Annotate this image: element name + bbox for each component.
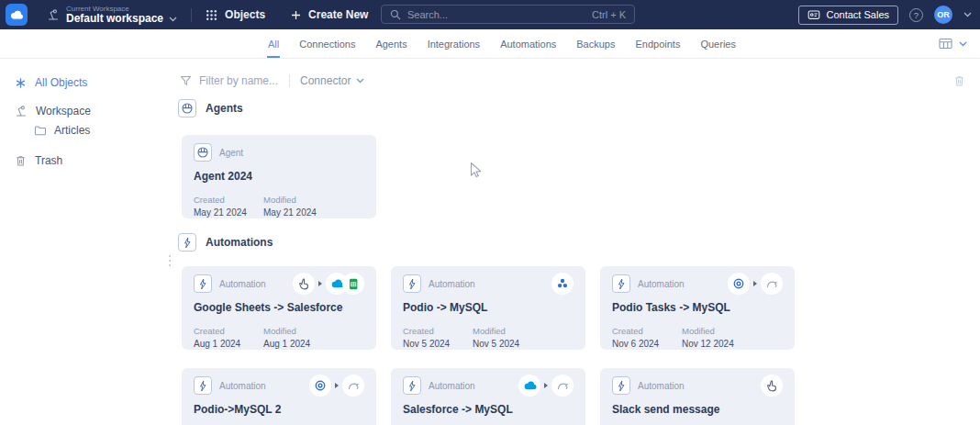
tab-endpoints[interactable]: Endpoints <box>634 29 681 58</box>
automation-card[interactable]: Automation Google Sh <box>182 266 376 350</box>
card-title: Agent 2024 <box>194 170 364 183</box>
sidebar-item-label: Articles <box>54 124 90 137</box>
plus-icon <box>291 10 301 20</box>
tab-automations[interactable]: Automations <box>499 29 557 58</box>
agent-icon <box>194 143 212 162</box>
search-icon <box>390 9 401 20</box>
podio-icon <box>309 375 331 397</box>
workspace-name: Default workspace <box>66 13 163 26</box>
automation-card[interactable]: Automation Podio->MySQL 2 <box>182 368 376 425</box>
salesforce-icon <box>518 375 540 397</box>
bolt-icon <box>612 376 630 395</box>
section-title: Agents <box>206 102 243 115</box>
folder-icon <box>34 125 46 136</box>
object-type-tabs: All Connections Agents Integrations Auto… <box>0 29 980 59</box>
tab-connections[interactable]: Connections <box>298 29 356 58</box>
sidebar: All Objects Workspace Articles Trash <box>0 59 171 425</box>
play-arrow-icon <box>317 280 323 287</box>
bolt-icon <box>194 274 212 293</box>
apps-grid-icon <box>206 9 217 21</box>
agents-section-header: Agents <box>178 99 243 117</box>
sidebar-item-articles[interactable]: Articles <box>0 122 171 139</box>
card-meta: Created May 21 2024 Modified May 21 2024 <box>194 195 364 218</box>
google-sheets-icon <box>342 273 364 295</box>
chevron-down-icon <box>356 78 364 84</box>
filter-by-name-input[interactable]: Filter by name... <box>180 74 278 87</box>
mysql-icon <box>342 375 364 397</box>
tab-queries[interactable]: Queries <box>699 29 737 58</box>
create-new-label: Create New <box>308 8 368 21</box>
automations-card-grid: Automation Google Sh <box>182 266 795 425</box>
search-input[interactable]: Search... Ctrl + K <box>381 5 635 24</box>
topbar-right: Contact Sales ? OR <box>798 0 972 29</box>
automation-card[interactable]: Automation Slack send message <box>600 368 795 425</box>
card-type-label: Agent <box>219 148 243 158</box>
workspace-lamp-icon <box>15 105 28 117</box>
manual-trigger-hand-icon <box>293 273 315 295</box>
sidebar-item-workspace[interactable]: Workspace <box>0 100 171 122</box>
agent-icon <box>178 99 196 117</box>
automation-card[interactable]: Automation Podio -> MySQL Created Nov 5 … <box>391 266 585 350</box>
workspace-switch-icon <box>47 8 60 21</box>
podio-icon <box>551 273 574 295</box>
sidebar-item-trash[interactable]: Trash <box>0 150 171 172</box>
agents-card-grid: Agent Agent 2024 Created May 21 2024 Mod… <box>182 135 376 218</box>
automations-section-header: Automations <box>178 233 273 252</box>
sidebar-item-label: Workspace <box>36 105 91 117</box>
chevron-down-icon <box>959 41 967 47</box>
delete-objects-button[interactable] <box>953 74 965 87</box>
bolt-icon <box>612 274 630 293</box>
bolt-icon <box>403 376 421 395</box>
objects-label: Objects <box>225 8 265 21</box>
play-arrow-icon <box>543 382 549 389</box>
play-arrow-icon <box>752 280 758 287</box>
mysql-icon <box>761 273 783 295</box>
automation-card[interactable]: Automation Podio Tasks -> MySQL <box>600 266 795 350</box>
filter-funnel-icon <box>180 75 192 86</box>
tab-integrations[interactable]: Integrations <box>427 29 481 58</box>
cloud-logo-icon <box>8 7 25 22</box>
bolt-icon <box>178 233 196 252</box>
bolt-icon <box>194 376 212 395</box>
podio-icon <box>728 273 750 295</box>
bolt-icon <box>403 274 421 293</box>
manual-trigger-hand-icon <box>761 375 783 397</box>
workspace-switcher[interactable]: Current Workspace Default workspace <box>47 5 177 26</box>
section-title: Automations <box>206 236 273 249</box>
app-logo[interactable] <box>6 4 28 26</box>
contact-sales-label: Contact Sales <box>827 9 889 20</box>
filter-divider <box>289 74 290 87</box>
search-shortcut: Ctrl + K <box>592 9 626 20</box>
objects-button[interactable]: Objects <box>206 8 265 21</box>
view-switcher[interactable] <box>939 38 967 50</box>
chevron-down-icon <box>169 17 177 22</box>
contact-sales-button[interactable]: Contact Sales <box>798 6 898 25</box>
filter-placeholder: Filter by name... <box>199 74 278 87</box>
mysql-icon <box>551 375 574 397</box>
tab-backups[interactable]: Backups <box>575 29 616 58</box>
trash-icon <box>15 154 27 167</box>
sidebar-item-all-objects[interactable]: All Objects <box>0 72 171 94</box>
main-content: Filter by name... Connector Agents <box>171 59 980 425</box>
chevron-down-icon[interactable] <box>963 12 972 17</box>
sidebar-item-label: Trash <box>35 154 62 167</box>
tab-agents[interactable]: Agents <box>374 29 407 58</box>
play-arrow-icon <box>334 382 340 389</box>
filter-row: Filter by name... Connector <box>180 73 965 88</box>
avatar[interactable]: OR <box>934 6 952 24</box>
automation-card[interactable]: Automation Salesforce -> MySQL <box>391 368 585 425</box>
topbar-divider <box>191 8 192 22</box>
help-icon[interactable]: ? <box>909 8 923 22</box>
search-placeholder: Search... <box>407 9 585 20</box>
connector-filter-dropdown[interactable]: Connector <box>300 74 364 87</box>
table-view-icon <box>939 38 952 50</box>
asterisk-icon <box>15 77 27 89</box>
agent-card[interactable]: Agent Agent 2024 Created May 21 2024 Mod… <box>182 135 376 218</box>
tab-all[interactable]: All <box>267 29 280 58</box>
topbar: Current Workspace Default workspace Obje… <box>0 0 980 29</box>
contact-sales-icon <box>807 9 820 21</box>
sidebar-item-label: All Objects <box>35 76 87 89</box>
create-new-button[interactable]: Create New <box>291 8 368 21</box>
connector-label: Connector <box>300 74 351 87</box>
